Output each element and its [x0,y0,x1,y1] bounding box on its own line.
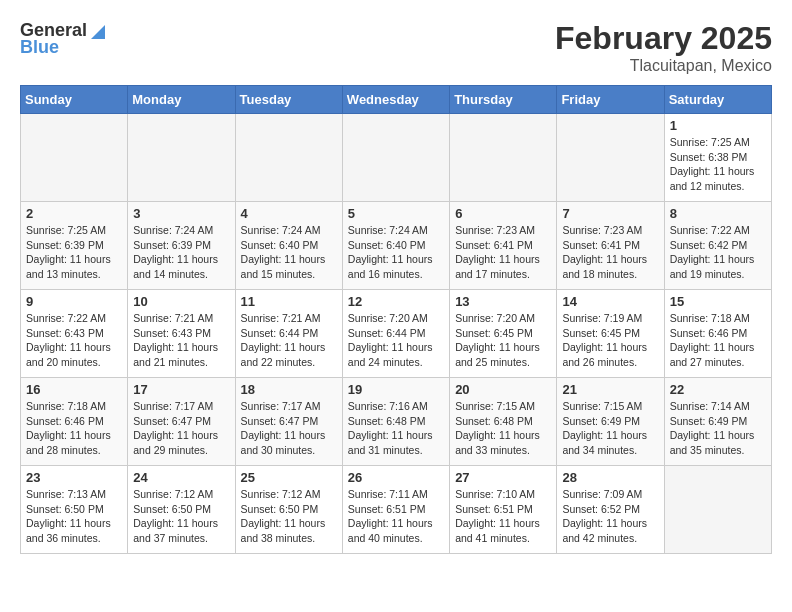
day-number: 7 [562,206,658,221]
day-info: Sunrise: 7:17 AM Sunset: 6:47 PM Dayligh… [133,399,229,458]
calendar-cell: 10Sunrise: 7:21 AM Sunset: 6:43 PM Dayli… [128,290,235,378]
day-number: 1 [670,118,766,133]
svg-marker-0 [91,25,105,39]
calendar-cell: 20Sunrise: 7:15 AM Sunset: 6:48 PM Dayli… [450,378,557,466]
weekday-header-wednesday: Wednesday [342,86,449,114]
calendar-cell: 21Sunrise: 7:15 AM Sunset: 6:49 PM Dayli… [557,378,664,466]
day-number: 13 [455,294,551,309]
day-number: 22 [670,382,766,397]
page-header: General Blue February 2025 Tlacuitapan, … [20,20,772,75]
calendar-cell: 27Sunrise: 7:10 AM Sunset: 6:51 PM Dayli… [450,466,557,554]
logo-blue-text: Blue [20,37,59,58]
day-number: 18 [241,382,337,397]
day-number: 12 [348,294,444,309]
day-info: Sunrise: 7:12 AM Sunset: 6:50 PM Dayligh… [133,487,229,546]
calendar-cell: 3Sunrise: 7:24 AM Sunset: 6:39 PM Daylig… [128,202,235,290]
calendar-week-row: 9Sunrise: 7:22 AM Sunset: 6:43 PM Daylig… [21,290,772,378]
day-number: 10 [133,294,229,309]
day-number: 14 [562,294,658,309]
calendar-cell: 14Sunrise: 7:19 AM Sunset: 6:45 PM Dayli… [557,290,664,378]
logo: General Blue [20,20,107,58]
day-number: 9 [26,294,122,309]
day-number: 19 [348,382,444,397]
day-info: Sunrise: 7:24 AM Sunset: 6:39 PM Dayligh… [133,223,229,282]
calendar-week-row: 16Sunrise: 7:18 AM Sunset: 6:46 PM Dayli… [21,378,772,466]
day-info: Sunrise: 7:12 AM Sunset: 6:50 PM Dayligh… [241,487,337,546]
day-number: 2 [26,206,122,221]
calendar-cell: 19Sunrise: 7:16 AM Sunset: 6:48 PM Dayli… [342,378,449,466]
calendar-cell [450,114,557,202]
day-info: Sunrise: 7:22 AM Sunset: 6:43 PM Dayligh… [26,311,122,370]
calendar-cell [128,114,235,202]
logo-triangle-icon [89,23,107,41]
day-info: Sunrise: 7:18 AM Sunset: 6:46 PM Dayligh… [670,311,766,370]
calendar-cell: 17Sunrise: 7:17 AM Sunset: 6:47 PM Dayli… [128,378,235,466]
day-number: 4 [241,206,337,221]
weekday-header-saturday: Saturday [664,86,771,114]
day-info: Sunrise: 7:21 AM Sunset: 6:44 PM Dayligh… [241,311,337,370]
day-info: Sunrise: 7:15 AM Sunset: 6:48 PM Dayligh… [455,399,551,458]
day-info: Sunrise: 7:23 AM Sunset: 6:41 PM Dayligh… [562,223,658,282]
weekday-header-sunday: Sunday [21,86,128,114]
calendar-cell: 28Sunrise: 7:09 AM Sunset: 6:52 PM Dayli… [557,466,664,554]
day-info: Sunrise: 7:13 AM Sunset: 6:50 PM Dayligh… [26,487,122,546]
calendar-cell: 4Sunrise: 7:24 AM Sunset: 6:40 PM Daylig… [235,202,342,290]
location-subtitle: Tlacuitapan, Mexico [555,57,772,75]
day-info: Sunrise: 7:10 AM Sunset: 6:51 PM Dayligh… [455,487,551,546]
day-number: 28 [562,470,658,485]
calendar-week-row: 23Sunrise: 7:13 AM Sunset: 6:50 PM Dayli… [21,466,772,554]
calendar-week-row: 1Sunrise: 7:25 AM Sunset: 6:38 PM Daylig… [21,114,772,202]
day-number: 27 [455,470,551,485]
day-info: Sunrise: 7:24 AM Sunset: 6:40 PM Dayligh… [241,223,337,282]
calendar-cell: 16Sunrise: 7:18 AM Sunset: 6:46 PM Dayli… [21,378,128,466]
calendar-cell: 6Sunrise: 7:23 AM Sunset: 6:41 PM Daylig… [450,202,557,290]
calendar-cell: 7Sunrise: 7:23 AM Sunset: 6:41 PM Daylig… [557,202,664,290]
day-info: Sunrise: 7:15 AM Sunset: 6:49 PM Dayligh… [562,399,658,458]
weekday-header-thursday: Thursday [450,86,557,114]
weekday-header-row: SundayMondayTuesdayWednesdayThursdayFrid… [21,86,772,114]
day-number: 6 [455,206,551,221]
day-number: 26 [348,470,444,485]
day-info: Sunrise: 7:14 AM Sunset: 6:49 PM Dayligh… [670,399,766,458]
calendar-cell [21,114,128,202]
day-info: Sunrise: 7:20 AM Sunset: 6:45 PM Dayligh… [455,311,551,370]
calendar-cell: 5Sunrise: 7:24 AM Sunset: 6:40 PM Daylig… [342,202,449,290]
day-number: 11 [241,294,337,309]
day-number: 15 [670,294,766,309]
title-section: February 2025 Tlacuitapan, Mexico [555,20,772,75]
calendar-cell: 8Sunrise: 7:22 AM Sunset: 6:42 PM Daylig… [664,202,771,290]
weekday-header-friday: Friday [557,86,664,114]
calendar-cell: 22Sunrise: 7:14 AM Sunset: 6:49 PM Dayli… [664,378,771,466]
day-number: 16 [26,382,122,397]
day-number: 20 [455,382,551,397]
month-year-title: February 2025 [555,20,772,57]
day-number: 24 [133,470,229,485]
day-number: 25 [241,470,337,485]
calendar-cell: 18Sunrise: 7:17 AM Sunset: 6:47 PM Dayli… [235,378,342,466]
calendar-cell: 1Sunrise: 7:25 AM Sunset: 6:38 PM Daylig… [664,114,771,202]
day-info: Sunrise: 7:16 AM Sunset: 6:48 PM Dayligh… [348,399,444,458]
day-number: 8 [670,206,766,221]
day-info: Sunrise: 7:11 AM Sunset: 6:51 PM Dayligh… [348,487,444,546]
calendar-cell: 9Sunrise: 7:22 AM Sunset: 6:43 PM Daylig… [21,290,128,378]
day-info: Sunrise: 7:18 AM Sunset: 6:46 PM Dayligh… [26,399,122,458]
day-number: 23 [26,470,122,485]
day-number: 21 [562,382,658,397]
calendar-table: SundayMondayTuesdayWednesdayThursdayFrid… [20,85,772,554]
day-info: Sunrise: 7:21 AM Sunset: 6:43 PM Dayligh… [133,311,229,370]
day-number: 5 [348,206,444,221]
calendar-cell: 13Sunrise: 7:20 AM Sunset: 6:45 PM Dayli… [450,290,557,378]
calendar-cell: 12Sunrise: 7:20 AM Sunset: 6:44 PM Dayli… [342,290,449,378]
calendar-cell [235,114,342,202]
day-info: Sunrise: 7:09 AM Sunset: 6:52 PM Dayligh… [562,487,658,546]
day-number: 3 [133,206,229,221]
calendar-cell: 23Sunrise: 7:13 AM Sunset: 6:50 PM Dayli… [21,466,128,554]
day-info: Sunrise: 7:24 AM Sunset: 6:40 PM Dayligh… [348,223,444,282]
calendar-cell: 24Sunrise: 7:12 AM Sunset: 6:50 PM Dayli… [128,466,235,554]
day-number: 17 [133,382,229,397]
day-info: Sunrise: 7:19 AM Sunset: 6:45 PM Dayligh… [562,311,658,370]
day-info: Sunrise: 7:23 AM Sunset: 6:41 PM Dayligh… [455,223,551,282]
calendar-cell: 26Sunrise: 7:11 AM Sunset: 6:51 PM Dayli… [342,466,449,554]
day-info: Sunrise: 7:17 AM Sunset: 6:47 PM Dayligh… [241,399,337,458]
weekday-header-tuesday: Tuesday [235,86,342,114]
